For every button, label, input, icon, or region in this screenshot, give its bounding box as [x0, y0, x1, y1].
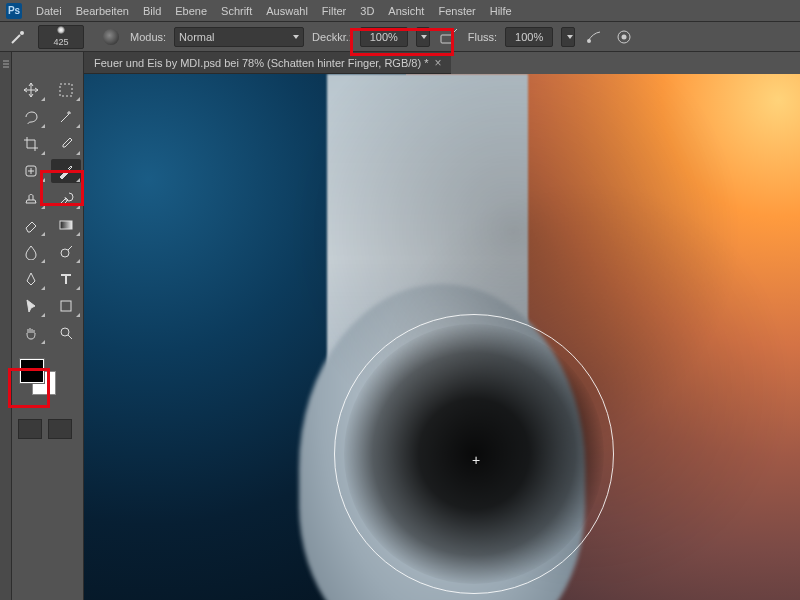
blend-mode-dropdown[interactable]: Normal — [174, 27, 304, 47]
tool-shape[interactable] — [51, 294, 81, 318]
tool-gradient[interactable] — [51, 213, 81, 237]
svg-point-8 — [61, 249, 69, 257]
app-logo: Ps — [6, 3, 22, 19]
dock-strip — [0, 52, 12, 600]
menu-window[interactable]: Fenster — [438, 5, 475, 17]
flow-field[interactable]: 100% — [505, 27, 553, 47]
tool-marquee[interactable] — [51, 78, 81, 102]
pressure-opacity-toggle[interactable] — [438, 26, 460, 48]
menu-view[interactable]: Ansicht — [388, 5, 424, 17]
tool-preset-picker[interactable] — [8, 26, 30, 48]
brush-preview-icon — [57, 26, 65, 34]
flow-label: Fluss: — [468, 31, 497, 43]
canvas[interactable]: + — [84, 74, 800, 600]
svg-point-4 — [622, 34, 627, 39]
brush-size-value: 425 — [53, 38, 68, 47]
pressure-size-toggle[interactable] — [613, 26, 635, 48]
tool-history-brush[interactable] — [51, 186, 81, 210]
close-icon[interactable]: × — [434, 56, 441, 70]
document-tab[interactable]: Feuer und Eis by MDI.psd bei 78% (Schatt… — [84, 52, 451, 74]
tablet-size-icon — [615, 29, 633, 45]
tool-path-select[interactable] — [16, 294, 46, 318]
opacity-dropdown[interactable] — [416, 27, 430, 47]
menu-edit[interactable]: Bearbeiten — [76, 5, 129, 17]
menu-3d[interactable]: 3D — [360, 5, 374, 17]
svg-rect-5 — [60, 84, 72, 96]
tool-crop[interactable] — [16, 132, 46, 156]
tool-eyedropper[interactable] — [51, 132, 81, 156]
flow-value: 100% — [515, 31, 543, 43]
blend-mode-value: Normal — [179, 31, 214, 43]
tool-move[interactable] — [16, 78, 46, 102]
airbrush-icon — [585, 29, 603, 45]
svg-rect-9 — [61, 301, 71, 311]
tool-zoom[interactable] — [51, 321, 81, 345]
menu-select[interactable]: Auswahl — [266, 5, 308, 17]
mode-label: Modus: — [130, 31, 166, 43]
brush-icon — [10, 29, 26, 45]
menu-bar: Ps Datei Bearbeiten Bild Ebene Schrift A… — [0, 0, 800, 22]
tool-pen[interactable] — [16, 267, 46, 291]
brush-panel-toggle[interactable] — [100, 26, 122, 48]
toolbox — [12, 52, 84, 600]
svg-rect-1 — [441, 35, 453, 43]
tool-magic-wand[interactable] — [51, 105, 81, 129]
airbrush-toggle[interactable] — [583, 26, 605, 48]
opacity-label: Deckkr.: — [312, 31, 352, 43]
brush-cursor-crosshair: + — [472, 452, 480, 468]
tablet-pressure-icon — [440, 29, 458, 45]
menu-help[interactable]: Hilfe — [490, 5, 512, 17]
swirl-icon — [103, 29, 119, 45]
flow-dropdown[interactable] — [561, 27, 575, 47]
color-swatches — [20, 359, 60, 399]
screenmode-toggle[interactable] — [48, 419, 72, 439]
tool-hand[interactable] — [16, 321, 46, 345]
tool-healing[interactable] — [16, 159, 46, 183]
tool-dodge[interactable] — [51, 240, 81, 264]
tool-brush[interactable] — [51, 159, 81, 183]
menu-file[interactable]: Datei — [36, 5, 62, 17]
tool-blur[interactable] — [16, 240, 46, 264]
svg-point-2 — [587, 39, 591, 43]
svg-rect-7 — [60, 221, 72, 229]
opacity-field[interactable]: 100% — [360, 27, 408, 47]
tool-clone-stamp[interactable] — [16, 186, 46, 210]
options-bar: 425 Modus: Normal Deckkr.: 100% Fluss: 1… — [0, 22, 800, 52]
brush-preset-picker[interactable]: 425 — [38, 25, 84, 49]
svg-point-0 — [20, 31, 24, 35]
tool-lasso[interactable] — [16, 105, 46, 129]
tool-eraser[interactable] — [16, 213, 46, 237]
tool-type[interactable] — [51, 267, 81, 291]
document-title: Feuer und Eis by MDI.psd bei 78% (Schatt… — [94, 57, 428, 69]
foreground-color-swatch[interactable] — [20, 359, 44, 383]
menu-image[interactable]: Bild — [143, 5, 161, 17]
svg-point-10 — [61, 328, 69, 336]
menu-layer[interactable]: Ebene — [175, 5, 207, 17]
menu-filter[interactable]: Filter — [322, 5, 346, 17]
quickmask-toggle[interactable] — [18, 419, 42, 439]
menu-type[interactable]: Schrift — [221, 5, 252, 17]
opacity-value: 100% — [370, 31, 398, 43]
